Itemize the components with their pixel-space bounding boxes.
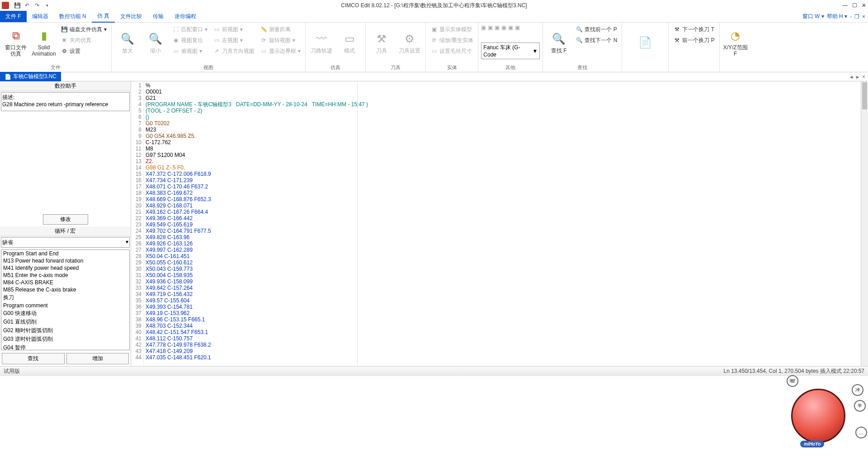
- code-line[interactable]: X49.842 C-157.264: [146, 285, 859, 291]
- close-sim-button[interactable]: ✖关闭仿真: [59, 35, 108, 45]
- xyz-range-button[interactable]: ◔X/Y/Z范围 F: [722, 24, 749, 61]
- code-line[interactable]: G98 G1 Z-.5 F0.: [146, 165, 859, 171]
- mdi-restore-icon[interactable]: ❐: [854, 14, 859, 20]
- code-line[interactable]: X49.19 C-153.962: [146, 310, 859, 316]
- other-icon-1[interactable]: ▣: [481, 24, 486, 31]
- vertical-scrollbar[interactable]: [861, 81, 868, 366]
- mode-button[interactable]: ▭模式: [336, 24, 363, 61]
- show-bbox-button[interactable]: ▭显示边界框 ▾: [258, 46, 302, 56]
- qat-undo-icon[interactable]: ↶: [24, 2, 31, 9]
- list-item[interactable]: G00 快速移动: [1, 309, 129, 318]
- list-item[interactable]: 换刀: [1, 293, 129, 302]
- other-icon-4[interactable]: ▣: [501, 24, 506, 31]
- machine-combo[interactable]: Fanuc 车床 (G-Code▼: [481, 42, 540, 59]
- other-icon-3[interactable]: ▣: [495, 24, 500, 31]
- zoom-out-button[interactable]: 🔍缩小: [142, 24, 169, 61]
- prev-toolchange-button[interactable]: ⚒前一个换刀 P: [671, 35, 716, 45]
- list-item[interactable]: G03 逆时针圆弧切削: [1, 335, 129, 343]
- scrollbar-thumb[interactable]: [862, 82, 867, 109]
- maximize-icon[interactable]: ☐: [852, 2, 857, 9]
- list-item[interactable]: Program Start and End: [1, 250, 129, 257]
- solid-animation-button[interactable]: ▮Solid Animation: [31, 24, 57, 61]
- list-item[interactable]: M41 Identify power head speed: [1, 264, 129, 272]
- code-line[interactable]: X49.926 C-163.126: [146, 240, 859, 247]
- regen-solid-button[interactable]: ⟳缩放/重生实体: [429, 35, 475, 45]
- code-line[interactable]: X48.383 C-169.672: [146, 190, 859, 196]
- code-editor[interactable]: 1234567891011121314151617181920212223242…: [131, 81, 868, 366]
- left-view-button[interactable]: ▭左视图 ▾: [211, 35, 256, 45]
- menu-transfer[interactable]: 传输: [147, 11, 169, 22]
- menu-miniprog[interactable]: 迷你编程: [169, 11, 202, 22]
- macro-list[interactable]: Program Start and EndM13 Power head forw…: [1, 249, 130, 351]
- code-line[interactable]: X49.828 C-163.96: [146, 234, 859, 240]
- front-view-button[interactable]: ▭前视图 ▾: [211, 24, 256, 34]
- toolpath-button[interactable]: 〰刀路轨迹: [308, 24, 335, 61]
- code-line[interactable]: X49.369 C-166.442: [146, 215, 859, 221]
- reset-view-button[interactable]: ◉视图复位: [170, 35, 209, 45]
- doc-tab[interactable]: 📄 车铣C轴模型3.NC: [0, 72, 61, 81]
- goto-line-button[interactable]: 📄: [625, 24, 665, 61]
- modify-button[interactable]: 修改: [43, 214, 88, 225]
- code-line[interactable]: G0 T0202: [146, 120, 859, 127]
- menu-compare[interactable]: 文件比较: [115, 11, 147, 22]
- code-line[interactable]: X48.112 C-150.757: [146, 335, 859, 342]
- code-line[interactable]: X48.929 C-168.071: [146, 202, 859, 209]
- tool-settings-button[interactable]: ⚙刀具设置: [396, 24, 423, 61]
- other-icon-6[interactable]: ▣: [515, 24, 520, 31]
- zoom-in-button[interactable]: 🔍放大: [114, 24, 141, 61]
- code-line[interactable]: X47.734 C-171.239: [146, 177, 859, 183]
- mdi-minimize-icon[interactable]: -: [850, 14, 852, 20]
- code-line[interactable]: M23: [146, 127, 859, 133]
- code-line[interactable]: X49.702 C-164.791 F677.5: [146, 228, 859, 234]
- code-line[interactable]: (TOOL - 2 OFFSET - 2): [146, 108, 859, 114]
- tool-button[interactable]: ⚒刀具: [368, 24, 395, 61]
- code-line[interactable]: X49.719 C-156.432: [146, 291, 859, 297]
- menu-editor[interactable]: 编辑器: [27, 11, 54, 22]
- menu-help[interactable]: 帮助 H ▾: [827, 13, 847, 20]
- settings-button[interactable]: ⚙设置: [59, 46, 108, 56]
- list-item[interactable]: Program comment: [1, 302, 129, 309]
- menu-nc[interactable]: 数控功能 N: [54, 11, 92, 22]
- mdi-close-icon[interactable]: ×: [862, 14, 865, 20]
- stock-size-button[interactable]: ▭设置毛坯尺寸: [429, 46, 475, 56]
- code-line[interactable]: X49.393 C-154.781: [146, 304, 859, 310]
- find-button[interactable]: 🔍查找 F: [546, 24, 572, 61]
- qat-dropdown-icon[interactable]: ▾: [43, 2, 51, 9]
- next-toolchange-button[interactable]: ⚒下一个换刀 T: [671, 24, 716, 34]
- close-icon[interactable]: ✕: [862, 2, 866, 9]
- code-line[interactable]: X50.043 C-159.773: [146, 266, 859, 272]
- other-icon-2[interactable]: ▣: [488, 24, 493, 31]
- list-item[interactable]: M13 Power head forward rotation: [1, 257, 129, 264]
- list-item[interactable]: M85 Release the C-axis brake: [1, 286, 129, 293]
- code-line[interactable]: (PROGRAM NAME - 车铣C轴模型3 DATE=DD-MM-YY - …: [146, 101, 859, 108]
- code-line[interactable]: Z2.: [146, 158, 859, 165]
- code-line[interactable]: X49.57 C-155.604: [146, 297, 859, 304]
- code-line[interactable]: M8: [146, 146, 859, 152]
- code-line[interactable]: %: [146, 82, 859, 89]
- menu-file[interactable]: 文件 F: [0, 11, 27, 22]
- tab-nav-buttons[interactable]: ◂ ▸ ×: [850, 74, 868, 80]
- other-icon-5[interactable]: ▣: [508, 24, 513, 31]
- list-item[interactable]: G04 暂停: [1, 343, 129, 351]
- show-solid-button[interactable]: ▣显示实体模型: [429, 24, 475, 34]
- code-line[interactable]: X48.42 C-151.547 F653.1: [146, 329, 859, 335]
- code-line[interactable]: X49.549 C-165.619: [146, 221, 859, 228]
- code-line[interactable]: X48.703 C-152.344: [146, 323, 859, 329]
- list-item[interactable]: G02 顺时针圆弧切削: [1, 326, 129, 335]
- code-line[interactable]: C-172.762: [146, 139, 859, 146]
- list-item[interactable]: M84 C-AXIS BRAKE: [1, 279, 129, 286]
- code-line[interactable]: G21: [146, 95, 859, 101]
- code-line[interactable]: X49.936 C-158.099: [146, 278, 859, 285]
- menu-simulate[interactable]: 仿 真: [92, 10, 115, 23]
- code-line[interactable]: X47.418 C-149.209: [146, 348, 859, 354]
- fit-window-button[interactable]: ⛶匹配窗口 ▾: [170, 24, 209, 34]
- rotate-view-button[interactable]: ⟳旋转视图 ▾: [258, 35, 302, 45]
- minimize-icon[interactable]: —: [842, 2, 848, 9]
- measure-button[interactable]: 📏测量距离: [258, 24, 302, 34]
- code-line[interactable]: G97 S1200 M04: [146, 152, 859, 158]
- code-area[interactable]: %O0001G21(PROGRAM NAME - 车铣C轴模型3 DATE=DD…: [144, 81, 861, 366]
- find-next-button[interactable]: 🔍查找下一个 N: [574, 35, 619, 45]
- top-view-button[interactable]: ▭俯视图 ▾: [170, 46, 209, 56]
- macro-add-button[interactable]: 增加: [66, 353, 129, 364]
- disk-file-sim-button[interactable]: 💾磁盘文件仿真 ▾: [59, 24, 108, 34]
